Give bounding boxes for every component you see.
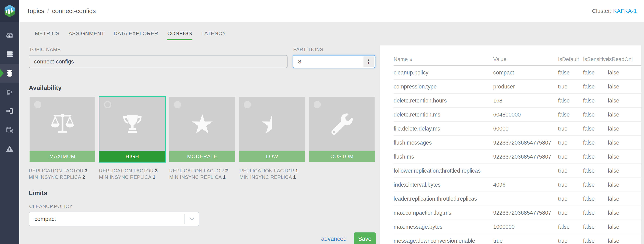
balance-scale-icon [49,113,76,135]
save-button[interactable]: Save [354,232,376,244]
availability-cards: MAXIMUM [29,96,376,162]
card-label-moderate: MODERATE [169,151,235,162]
sign-in-icon [6,107,14,115]
cleanup-policy-value: compact [34,216,56,222]
select-divider [184,214,185,224]
breadcrumb: Topics / connect-configs [26,8,96,14]
cluster-link[interactable]: KAFKA-1 [613,8,637,14]
sort-icon[interactable]: ▲▼ [410,58,412,62]
breadcrumb-separator: / [47,8,49,14]
radio-low[interactable] [244,101,251,108]
availability-heading: Availability [29,84,376,92]
column-header-isdefault: IsDefault [558,53,583,66]
config-table-header: Name▲▼ Value IsDefault IsSensitive IsRea… [394,53,641,66]
replication-summary-moderate: REPLICATION FACTOR2 MIN INSYNC REPLICA1 [169,168,236,180]
sign-out-icon [6,88,14,96]
sidebar-nav [0,22,19,158]
form-actions: advanced Save [29,232,376,244]
partitions-input[interactable] [293,55,376,68]
gauge-icon [6,31,14,39]
content: METRICS ASSIGNMENT DATA EXPLORER CONFIGS… [19,22,644,244]
table-row: message.downconversion.enabletruetruefal… [394,234,641,244]
replication-summary-low: REPLICATION FACTOR1 MIN INSYNC REPLICA1 [240,168,306,180]
radio-moderate[interactable] [174,101,181,108]
replication-summary-maximum: REPLICATION FACTOR3 MIN INSYNC REPLICA2 [29,168,95,180]
sidebar-item-dashboard[interactable] [0,26,19,45]
table-row: flush.messages9223372036854775807truefal… [394,136,641,150]
table-row: leader.replication.throttled.replicastru… [394,192,641,206]
card-label-maximum: MAXIMUM [30,151,95,162]
tab-data-explorer[interactable]: DATA EXPLORER [113,27,159,40]
partitions-stepper[interactable]: ▲ ▼ [364,56,374,67]
cleanup-policy-select[interactable]: compact [29,212,199,226]
chevron-down-icon [189,216,195,222]
cluster-label: Cluster: [592,8,612,14]
topic-config-form: TOPIC NAME PARTITIONS ▲ ▼ Availability [29,46,376,244]
table-row: max.compaction.lag.ms9223372036854775807… [394,206,641,220]
column-header-name[interactable]: Name▲▼ [394,53,493,66]
cluster-indicator: Cluster: KAFKA-1 [592,8,637,14]
availability-card-maximum[interactable]: MAXIMUM [29,96,96,162]
replication-summary-custom [310,168,376,180]
radio-custom[interactable] [314,101,321,108]
table-row: delete.retention.hours168falsefalsefalse [394,94,641,108]
trophy-icon [121,113,144,135]
radio-maximum[interactable] [34,101,41,108]
availability-card-moderate[interactable]: MODERATE [168,96,236,162]
sidebar-item-warnings[interactable] [0,140,19,158]
akhq-logo[interactable] [0,0,19,22]
limits-heading: Limits [29,190,376,197]
stepper-down-icon[interactable]: ▼ [367,62,370,64]
replication-summary-row: REPLICATION FACTOR3 MIN INSYNC REPLICA2 … [29,168,376,180]
sidebar-item-nodes[interactable] [0,45,19,64]
config-table: Name▲▼ Value IsDefault IsSensitive IsRea… [394,53,641,244]
server-stack-icon [6,50,14,58]
replication-summary-high: REPLICATION FACTOR3 MIN INSYNC REPLICA1 [99,168,165,180]
partitions-label: PARTITIONS [293,46,376,52]
advanced-link[interactable]: advanced [321,236,346,242]
table-row: delete.retention.ms604800000falsefalsefa… [394,108,641,122]
table-row: cleanup.policycompactfalsefalsefalse [394,66,641,80]
breadcrumb-topics-link[interactable]: Topics [26,8,44,14]
tab-bar: METRICS ASSIGNMENT DATA EXPLORER CONFIGS… [34,22,226,46]
table-row: follower.replication.throttled.replicast… [394,164,641,178]
table-row: file.delete.delay.ms60000truefalsefalse [394,122,641,136]
database-icon [6,69,14,77]
column-header-value: Value [493,53,558,66]
table-row: index.interval.bytes4096truefalsefalse [394,178,641,192]
tab-configs[interactable]: CONFIGS [167,27,192,40]
wrench-icon [332,114,353,135]
sidebar-item-connect[interactable] [0,102,19,120]
sidebar-item-live-tail[interactable] [0,82,19,102]
availability-card-custom[interactable]: CUSTOM [308,96,376,162]
table-row: flush.ms9223372036854775807truefalsefals… [394,150,641,164]
card-label-high: HIGH [100,151,165,162]
star-icon [191,113,214,135]
sidebar [0,0,19,244]
column-header-isreadonly: IsReadOnl [608,53,641,66]
availability-card-low[interactable]: LOW [238,96,306,162]
akhq-logo-icon [4,4,16,18]
topbar: Topics / connect-configs Cluster: KAFKA-… [19,0,644,22]
availability-card-high[interactable]: HIGH [99,96,166,162]
topic-name-label: TOPIC NAME [29,46,288,52]
tab-metrics[interactable]: METRICS [34,27,60,40]
sidebar-item-topics[interactable] [0,64,19,82]
cleanup-policy-label: CLEANUP.POLICY [29,204,376,209]
main-area: Topics / connect-configs Cluster: KAFKA-… [19,0,644,244]
table-row: compression.typeproducertruefalsefalse [394,80,641,94]
database-share-icon [6,126,14,134]
radio-high[interactable] [104,101,111,108]
breadcrumb-current: connect-configs [52,8,96,14]
sidebar-item-schema-registry[interactable] [0,120,19,140]
card-label-low: LOW [239,151,305,162]
table-row: max.message.bytes1000000falsefalsefalse [394,220,641,234]
warning-triangle-icon [6,145,14,153]
tab-latency[interactable]: LATENCY [201,27,226,40]
config-table-panel: Name▲▼ Value IsDefault IsSensitive IsRea… [380,46,641,244]
topic-name-input[interactable] [29,55,288,68]
star-half-icon [261,113,284,135]
column-header-issensitive: IsSensitive [583,53,608,66]
card-label-custom: CUSTOM [309,151,375,162]
tab-assignment[interactable]: ASSIGNMENT [68,27,105,40]
